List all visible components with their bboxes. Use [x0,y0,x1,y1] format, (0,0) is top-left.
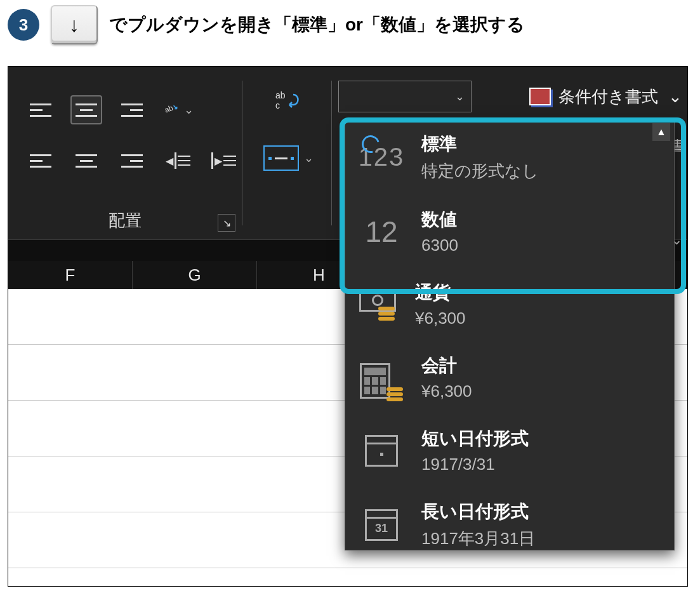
align-middle-button[interactable] [70,95,102,124]
chevron-down-icon: ⌄ [668,87,682,107]
align-left-button[interactable] [25,146,56,175]
alignment-dialog-launcher[interactable]: ↘ [218,214,235,232]
column-header-g[interactable]: G [133,261,257,289]
chevron-down-icon: ⌄ [184,103,194,117]
alignment-group: ab ⌄ ◀ [8,67,242,239]
wrap-text-button[interactable]: ab c [274,88,302,114]
orientation-button[interactable]: ab ⌄ [162,95,194,124]
merge-icon [263,145,299,171]
align-center-button[interactable] [70,146,102,175]
align-top-button[interactable] [25,95,56,124]
long-date-format-icon: 31 [359,504,404,546]
number-format-icon: 12 [359,211,404,253]
format-option-short-date[interactable]: 短い日付形式 1917/3/31 [345,414,674,487]
format-option-currency[interactable]: 通貨 ¥6,300 [345,268,674,341]
number-format-dropdown: ▲ 123 標準 特定の形式なし 12 数値 6300 [345,119,675,550]
currency-format-icon [359,284,397,326]
down-arrow-keycap: ↓ [51,5,98,44]
conditional-formatting-icon [529,88,551,105]
alignment-group-label: 配置 [8,210,242,232]
format-option-preview: 1917/3/31 [421,455,529,474]
format-option-label: 長い日付形式 [421,500,535,524]
short-date-format-icon [359,430,404,472]
orientation-icon: ab [162,100,179,120]
format-option-preview: 6300 [421,236,458,255]
wrap-merge-group: ab c ⌄ [242,67,331,239]
chevron-down-icon: ⌄ [304,151,314,165]
format-option-accounting[interactable]: 会計 ¥6,300 [345,341,674,414]
format-option-number[interactable]: 12 数値 6300 [345,195,674,268]
format-option-preview: ¥6,300 [421,382,472,401]
excel-screenshot: ab ⌄ ◀ [8,66,688,587]
format-option-preview: ¥6,300 [415,309,466,328]
format-option-label: 会計 [421,354,472,378]
grid-row[interactable] [8,568,687,587]
svg-text:ab: ab [163,103,175,114]
format-option-label: 標準 [421,132,539,156]
conditional-formatting-label: 条件付き書式 [558,86,658,108]
format-option-preview: 特定の形式なし [421,160,539,182]
align-bottom-button[interactable] [116,95,148,124]
decrease-indent-button[interactable]: ◀ [162,146,194,175]
conditional-formatting-button[interactable]: 条件付き書式 ⌄ [514,81,687,112]
step-number-badge: 3 [8,9,39,41]
accounting-format-icon [359,357,404,399]
chevron-down-icon: ⌄ [455,90,465,103]
merge-center-button[interactable]: ⌄ [263,145,314,171]
scroll-up-button[interactable]: ▲ [652,123,670,141]
format-option-general[interactable]: 123 標準 特定の形式なし [345,119,674,195]
align-right-button[interactable] [116,146,148,175]
format-option-label: 数値 [421,208,458,232]
format-option-preview: 1917年3月31日 [421,528,535,550]
column-header-f[interactable]: F [8,261,133,289]
format-option-long-date[interactable]: 31 長い日付形式 1917年3月31日 [345,487,674,550]
wrap-text-icon: ab c [274,88,302,114]
format-option-label: 短い日付形式 [421,427,529,451]
format-option-label: 通貨 [415,281,466,305]
number-format-combo[interactable]: ⌄ [338,81,472,112]
svg-text:c: c [275,100,280,110]
svg-text:ab: ab [275,90,286,100]
instruction-row: 3 ↓ でプルダウンを開き「標準」or「数値」を選択する [0,0,700,52]
increase-indent-button[interactable]: ▶ [208,146,239,175]
instruction-text: でプルダウンを開き「標準」or「数値」を選択する [109,13,525,37]
general-format-icon: 123 [359,137,404,178]
